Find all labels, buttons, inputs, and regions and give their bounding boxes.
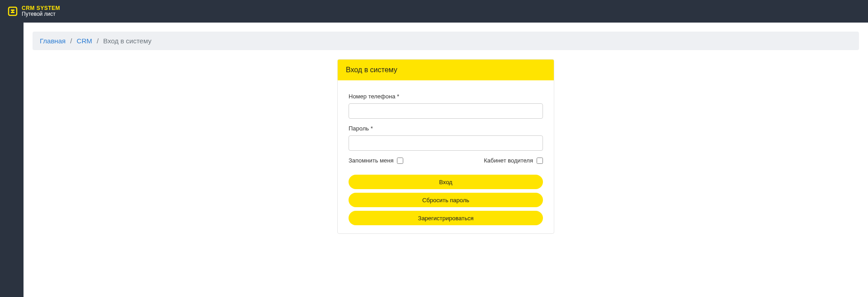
app-header: CRM SYSTEM Путевой лист	[0, 0, 868, 23]
breadcrumb-separator: /	[97, 37, 99, 45]
card-title: Вход в систему	[338, 60, 554, 80]
card-body: Номер телефона * Пароль * Запомнить меня	[338, 80, 554, 233]
breadcrumb-separator: /	[70, 37, 72, 45]
driver-label: Кабинет водителя	[484, 157, 533, 164]
phone-field-group: Номер телефона *	[349, 93, 543, 119]
sidebar	[0, 23, 24, 297]
driver-checkbox-group[interactable]: Кабинет водителя	[484, 157, 543, 164]
phone-label: Номер телефона *	[349, 93, 543, 100]
remember-checkbox[interactable]	[397, 158, 403, 164]
logo-subtitle: Путевой лист	[22, 11, 60, 17]
breadcrumb-crm-link[interactable]: CRM	[77, 37, 92, 45]
breadcrumb-home-link[interactable]: Главная	[40, 37, 66, 45]
breadcrumb: Главная / CRM / Вход в систему	[33, 32, 859, 50]
remember-checkbox-group[interactable]: Запомнить меня	[349, 157, 403, 164]
register-button[interactable]: Зарегистрироваться	[349, 211, 543, 225]
reset-password-button[interactable]: Сбросить пароль	[349, 193, 543, 207]
login-button[interactable]: Вход	[349, 175, 543, 189]
remember-label: Запомнить меня	[349, 157, 393, 164]
logo[interactable]: CRM SYSTEM Путевой лист	[7, 5, 60, 17]
login-card: Вход в систему Номер телефона * Пароль *…	[337, 59, 554, 234]
layout: Главная / CRM / Вход в систему Вход в си…	[0, 23, 868, 297]
main-content: Главная / CRM / Вход в систему Вход в си…	[24, 23, 868, 297]
breadcrumb-current: Вход в систему	[103, 37, 151, 45]
password-input[interactable]	[349, 135, 543, 151]
card-container: Вход в систему Номер телефона * Пароль *…	[33, 59, 859, 234]
phone-input[interactable]	[349, 103, 543, 119]
password-label: Пароль *	[349, 125, 543, 132]
logo-text: CRM SYSTEM Путевой лист	[22, 5, 60, 17]
checkbox-row: Запомнить меня Кабинет водителя	[349, 157, 543, 164]
driver-checkbox[interactable]	[537, 158, 543, 164]
password-field-group: Пароль *	[349, 125, 543, 151]
logo-icon	[7, 6, 18, 17]
